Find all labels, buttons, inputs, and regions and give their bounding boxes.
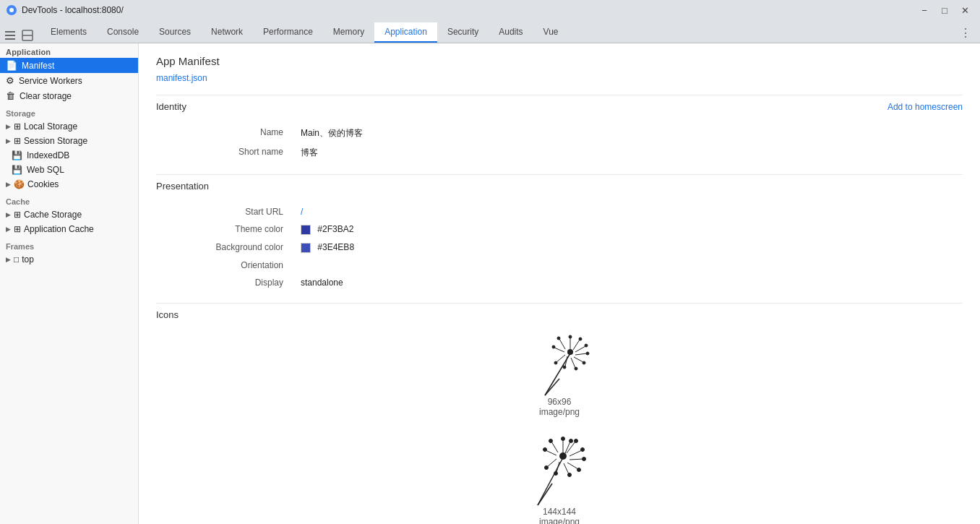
- manifest-json-link[interactable]: manifest.json: [156, 73, 207, 83]
- sidebar: Application 📄 Manifest ⚙ Service Workers…: [0, 43, 139, 524]
- devtools-menu-icon[interactable]: [3, 28, 17, 43]
- sidebar-item-session-storage[interactable]: ▶ ⊞ Session Storage: [0, 134, 138, 148]
- svg-rect-3: [5, 35, 15, 36]
- sidebar-label-manifest: Manifest: [22, 61, 54, 71]
- svg-line-45: [556, 462, 559, 473]
- svg-point-36: [575, 439, 578, 442]
- service-workers-icon: ⚙: [6, 75, 14, 86]
- sidebar-item-application-cache[interactable]: ▶ ⊞ Application Cache: [0, 222, 138, 236]
- sidebar-item-clear-storage[interactable]: 🗑 Clear storage: [0, 88, 138, 103]
- tab-security[interactable]: Security: [437, 22, 489, 43]
- cache-storage-grid-icon: ⊞: [14, 210, 21, 220]
- sidebar-item-web-sql[interactable]: 💾 Web SQL: [0, 163, 138, 177]
- identity-section-header: Identity Add to homescreen: [156, 95, 963, 115]
- svg-line-51: [551, 442, 558, 452]
- tab-memory[interactable]: Memory: [323, 22, 374, 43]
- start-url-row: Start URL /: [156, 203, 963, 220]
- sidebar-label-cache-storage: Cache Storage: [24, 210, 82, 220]
- svg-point-29: [557, 337, 560, 340]
- sidebar-label-top: top: [22, 254, 34, 265]
- svg-line-31: [538, 484, 552, 505]
- svg-point-50: [543, 447, 547, 451]
- sidebar-section-application: Application: [0, 43, 138, 58]
- expand-arrow-cookies: ▶: [6, 181, 11, 188]
- theme-color-text: #2F3BA2: [317, 224, 353, 234]
- theme-color-swatch: [301, 225, 311, 235]
- cookies-icon: 🍪: [14, 179, 25, 189]
- identity-title: Identity: [156, 101, 186, 112]
- svg-point-54: [569, 439, 573, 442]
- svg-point-11: [569, 335, 572, 338]
- bg-color-text: #3E4EB8: [317, 242, 354, 252]
- svg-line-41: [567, 463, 578, 469]
- tab-vue[interactable]: Vue: [533, 22, 569, 43]
- sidebar-label-cookies: Cookies: [27, 179, 59, 189]
- svg-point-46: [554, 471, 558, 475]
- orientation-label: Orientation: [156, 257, 301, 274]
- svg-rect-4: [5, 38, 15, 40]
- icon-type-96: image/png: [509, 407, 610, 417]
- tab-performance[interactable]: Performance: [253, 22, 323, 43]
- svg-point-25: [554, 361, 557, 364]
- clear-storage-icon: 🗑: [6, 90, 15, 101]
- svg-line-39: [569, 459, 583, 460]
- sidebar-label-local-storage: Local Storage: [24, 121, 77, 132]
- svg-point-48: [545, 465, 549, 469]
- minimize-button[interactable]: −: [915, 3, 934, 17]
- name-value: Main、侯的博客: [301, 124, 963, 143]
- orientation-value: [301, 257, 963, 274]
- theme-color-label: Theme color: [156, 220, 301, 239]
- expand-arrow-session-storage: ▶: [6, 137, 11, 145]
- sidebar-item-service-workers[interactable]: ⚙ Service Workers: [0, 73, 138, 88]
- bg-color-label: Background color: [156, 239, 301, 257]
- svg-line-49: [546, 450, 556, 455]
- icon-entry-96: 96x96 image/png: [156, 332, 963, 417]
- bg-color-row: Background color #3E4EB8: [156, 239, 963, 257]
- sidebar-item-indexeddb[interactable]: 💾 IndexedDB: [0, 148, 138, 163]
- svg-line-28: [559, 339, 565, 349]
- sidebar-item-cache-storage[interactable]: ▶ ⊞ Cache Storage: [0, 207, 138, 222]
- close-button[interactable]: ✕: [955, 3, 974, 17]
- theme-color-value: #2F3BA2: [301, 220, 963, 239]
- session-storage-grid-icon: ⊞: [14, 136, 21, 146]
- svg-point-34: [562, 437, 565, 440]
- sidebar-item-top[interactable]: ▶ □ top: [0, 252, 138, 267]
- titlebar-controls: − □ ✕: [915, 3, 974, 17]
- sidebar-label-session-storage: Session Storage: [24, 136, 87, 146]
- tabbar-more-button[interactable]: ⋮: [954, 23, 977, 43]
- manifest-icon: 📄: [6, 60, 17, 71]
- sidebar-section-storage: Storage: [0, 103, 138, 119]
- web-sql-icon: 💾: [12, 165, 22, 175]
- svg-point-23: [563, 366, 566, 369]
- svg-point-38: [581, 447, 585, 451]
- sidebar-label-service-workers: Service Workers: [19, 76, 82, 86]
- svg-point-32: [559, 452, 567, 460]
- add-to-homescreen-link[interactable]: Add to homescreen: [887, 102, 963, 112]
- tab-network[interactable]: Network: [201, 22, 253, 43]
- tab-elements[interactable]: Elements: [40, 22, 97, 43]
- name-label: Name: [156, 124, 301, 143]
- icons-title: Icons: [156, 309, 179, 320]
- icon-image-96: [516, 332, 603, 397]
- chrome-icon: [6, 4, 17, 16]
- sidebar-item-local-storage[interactable]: ▶ ⊞ Local Storage: [0, 119, 138, 134]
- dock-icon[interactable]: [20, 28, 35, 43]
- tab-console[interactable]: Console: [97, 22, 149, 43]
- icon-type-144: image/png: [509, 517, 610, 524]
- bg-color-swatch: [301, 243, 311, 253]
- sidebar-item-manifest[interactable]: 📄 Manifest: [0, 58, 138, 73]
- indexeddb-icon: 💾: [12, 150, 22, 160]
- start-url-link[interactable]: /: [301, 207, 303, 217]
- presentation-table: Start URL / Theme color #2F3BA2 Backgrou…: [156, 203, 963, 291]
- maximize-button[interactable]: □: [935, 3, 954, 17]
- tab-audits[interactable]: Audits: [489, 22, 533, 43]
- tab-application[interactable]: Application: [374, 22, 437, 43]
- svg-line-20: [571, 358, 575, 368]
- presentation-title: Presentation: [156, 181, 209, 192]
- svg-point-13: [579, 338, 582, 340]
- tab-sources[interactable]: Sources: [149, 22, 201, 43]
- application-cache-grid-icon: ⊞: [14, 224, 21, 234]
- sidebar-item-cookies[interactable]: ▶ 🍪 Cookies: [0, 177, 138, 192]
- content-area: App Manifest manifest.json Identity Add …: [139, 43, 980, 524]
- svg-point-27: [552, 345, 555, 348]
